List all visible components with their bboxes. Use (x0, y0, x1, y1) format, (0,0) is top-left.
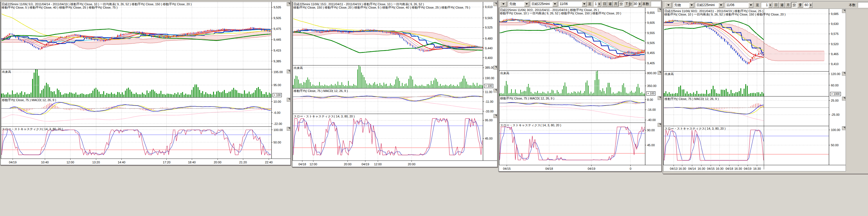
contract-select[interactable]: 11/06 (725, 2, 754, 8)
bar-count-input[interactable] (858, 2, 868, 8)
axis-tick-label: 195.00 (274, 70, 283, 74)
period-minute-button[interactable]: 分 (619, 1, 624, 7)
bar-type-spinner[interactable]: 1 (761, 2, 773, 8)
chevron-down-icon (502, 3, 504, 6)
x-axis-tick-label: 04/19 (587, 167, 596, 170)
macd-pane-label: 移動平均( Close, 75 ) MACD( 12, 26, 9 ) (664, 97, 719, 101)
pane-expand-button[interactable] (287, 69, 290, 73)
pane-expand-button[interactable] (494, 114, 497, 118)
pane-expand-button[interactable] (287, 98, 290, 102)
period-month-button[interactable]: 月 (613, 1, 618, 7)
macd-pane-label: 移動平均( Close, 75 ) MACD( 12, 26, 9 ) (294, 89, 348, 93)
axis-tick-label: 8.00 (647, 98, 653, 101)
pane-expand-button[interactable] (842, 9, 846, 13)
chart-toolbar: 先物日経225mini11/06足1日週月分T分30本数 (498, 0, 661, 8)
chart-header-line2: 移動平均( Close, 5 ) 移動平均( Close, 40 ) 移動平均(… (2, 5, 118, 10)
chart-plot[interactable] (663, 9, 846, 172)
minute-label: 分 (628, 1, 632, 7)
axis-tick-label: 9,475 (274, 27, 281, 30)
window-menu-button[interactable] (500, 1, 507, 7)
axis-tick-label: 45.00 (647, 144, 655, 147)
market-select[interactable]: 先物 (673, 2, 694, 8)
market-select[interactable]: 先物 (508, 1, 529, 7)
pane-expand-button[interactable] (842, 72, 846, 75)
spinner-buttons[interactable] (638, 1, 642, 7)
chart-window-15min: 日経225mini 11/06( 15分, 2011/04/11 - 2011/… (292, 0, 497, 167)
axis-tick-label: 60.00 (831, 84, 839, 87)
contract-select[interactable]: 11/06 (558, 1, 587, 7)
axis-tick-label: 9,405 (647, 61, 655, 65)
x-axis-tick-label: 12:00 (65, 161, 75, 164)
period-day-button[interactable]: 日 (773, 2, 779, 8)
minute-spinner[interactable]: 60 (803, 2, 813, 8)
chevron-down-icon (554, 3, 556, 6)
pane-expand-button[interactable] (842, 126, 846, 130)
spin-up-icon (639, 2, 641, 4)
instrument-select[interactable]: 日経225mini (530, 1, 558, 7)
x-axis-tick-label: 16:30 (715, 167, 724, 170)
period-day-button[interactable]: 日 (602, 1, 607, 7)
x-axis-tick-label: 14:40 (117, 161, 126, 164)
stochastics-pane-label: スロー・ストキャスティクス( 14, 3, 80, 20 ) (500, 123, 561, 127)
pane-expand-button[interactable] (494, 89, 497, 92)
axis-tick-label: 9,415 (274, 49, 281, 52)
bar-count-label: 本数 (643, 1, 650, 7)
period-week-button[interactable]: 週 (608, 1, 613, 7)
chevron-down-icon (690, 4, 693, 7)
chart-plot[interactable] (1, 2, 290, 165)
axis-tick-label: 9,630 (831, 22, 839, 26)
period-week-button[interactable]: 週 (779, 2, 785, 8)
axis-tick-label: 10.00 (274, 100, 281, 103)
pane-expand-button[interactable] (287, 2, 290, 6)
axis-tick-label: 100.00 (274, 128, 283, 131)
axis-tick-label: 11.00 (485, 90, 492, 94)
pane-expand-button[interactable] (658, 8, 661, 12)
combo-dropdown-button[interactable] (689, 2, 694, 8)
spin-down-icon (770, 5, 771, 7)
stochastics-pane-label: スロー・ストキャスティクス( 14, 3, 80, 20 ) (294, 114, 354, 119)
spinner-buttons[interactable] (809, 2, 813, 8)
spinner-buttons[interactable] (597, 1, 601, 7)
instrument-select[interactable]: 日経225mini (695, 2, 724, 8)
x-axis-tick-label: 16:30 (733, 167, 743, 170)
bar-type-label: 足 (756, 2, 760, 8)
bar-count-input[interactable] (651, 1, 661, 7)
market-select-value: 先物 (508, 2, 524, 6)
axis-tick-label: 45.00 (485, 137, 493, 140)
x-axis-tick-label: 16:30 (696, 167, 706, 170)
pane-expand-button[interactable] (658, 123, 661, 127)
pane-expand-button[interactable] (658, 96, 661, 100)
stochastics-pane-label: スロー・ストキャスティクス( 14, 3, 80, 20 ) (664, 127, 725, 131)
x-axis-tick-label: 20:00 (407, 162, 416, 166)
window-menu-button[interactable] (665, 2, 672, 8)
chart-area: 日経225mini 11/06( 15分, 2011/04/11 - 2011/… (292, 2, 497, 167)
axis-tick-label: 9,505 (647, 41, 655, 44)
spin-down-icon (598, 4, 600, 6)
minute-spinner[interactable]: 30 (633, 1, 642, 7)
chart-plot[interactable] (292, 2, 497, 167)
macd-pane-label: 移動平均( Close, 75 ) MACD( 12, 26, 9 ) (2, 98, 56, 102)
axis-tick-label: 9,565 (485, 16, 493, 20)
x-axis-tick-label: 20:00 (343, 162, 352, 166)
combo-dropdown-button[interactable] (718, 2, 723, 8)
combo-dropdown-button[interactable] (553, 1, 557, 7)
chart-header-line2: 移動平均( Close, 10 ) 一目均衡表( 9, 26, 52 ) 移動平… (500, 11, 621, 16)
pane-expand-button[interactable] (658, 71, 661, 75)
chart-plot[interactable] (499, 8, 661, 172)
chart-area: 日経225mini 11/06( 60分, 2011/04/11 - 2011/… (663, 8, 846, 172)
pane-expand-button[interactable] (287, 127, 290, 131)
pane-expand-button[interactable] (842, 97, 846, 100)
combo-dropdown-button[interactable] (582, 1, 587, 7)
bar-type-spinner-value: 1 (761, 3, 768, 7)
pane-expand-button[interactable] (494, 66, 497, 69)
pane-expand-button[interactable] (494, 2, 497, 6)
bar-type-spinner[interactable]: 1 (593, 1, 601, 7)
period-month-button[interactable]: 月 (785, 2, 791, 8)
period-minute-button[interactable]: 分 (791, 2, 797, 8)
spinner-buttons[interactable] (768, 2, 772, 8)
volume-pane-label: 出来高 (294, 66, 303, 70)
axis-tick-label: 9,480 (485, 37, 493, 40)
combo-dropdown-button[interactable] (524, 1, 529, 7)
chart-window-30min: 先物日経225mini11/06足1日週月分T分30本数日経225mini 11… (498, 0, 661, 172)
combo-dropdown-button[interactable] (748, 2, 753, 8)
